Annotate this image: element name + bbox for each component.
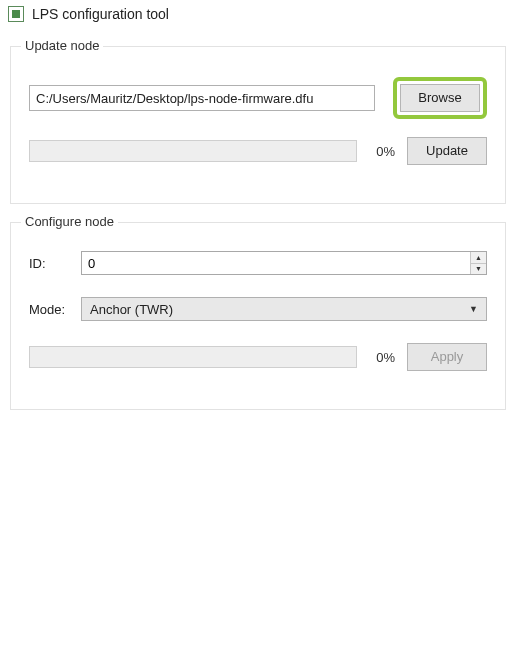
update-node-group: Update node Browse 0% Update: [10, 46, 506, 204]
id-spinbox[interactable]: ▲ ▼: [81, 251, 487, 275]
titlebar: LPS configuration tool: [0, 0, 516, 32]
configure-node-title: Configure node: [21, 214, 118, 229]
id-label: ID:: [29, 256, 81, 271]
mode-label: Mode:: [29, 302, 81, 317]
update-node-title: Update node: [21, 38, 103, 53]
window-title: LPS configuration tool: [32, 6, 169, 22]
firmware-path-input[interactable]: [29, 85, 375, 111]
browse-button[interactable]: Browse: [400, 84, 480, 112]
id-step-up[interactable]: ▲: [471, 252, 486, 264]
configure-node-group: Configure node ID: ▲ ▼ Mode: Anchor (TWR…: [10, 222, 506, 410]
mode-value: Anchor (TWR): [90, 302, 173, 317]
id-step-down[interactable]: ▼: [471, 264, 486, 275]
id-input[interactable]: [82, 252, 470, 274]
update-button[interactable]: Update: [407, 137, 487, 165]
update-progress-pct: 0%: [367, 144, 395, 159]
chevron-down-icon: ▼: [469, 304, 478, 314]
app-icon: [8, 6, 24, 22]
configure-progress-pct: 0%: [367, 350, 395, 365]
browse-highlight: Browse: [393, 77, 487, 119]
mode-combobox[interactable]: Anchor (TWR) ▼: [81, 297, 487, 321]
update-progress-bar: [29, 140, 357, 162]
apply-button[interactable]: Apply: [407, 343, 487, 371]
configure-progress-bar: [29, 346, 357, 368]
